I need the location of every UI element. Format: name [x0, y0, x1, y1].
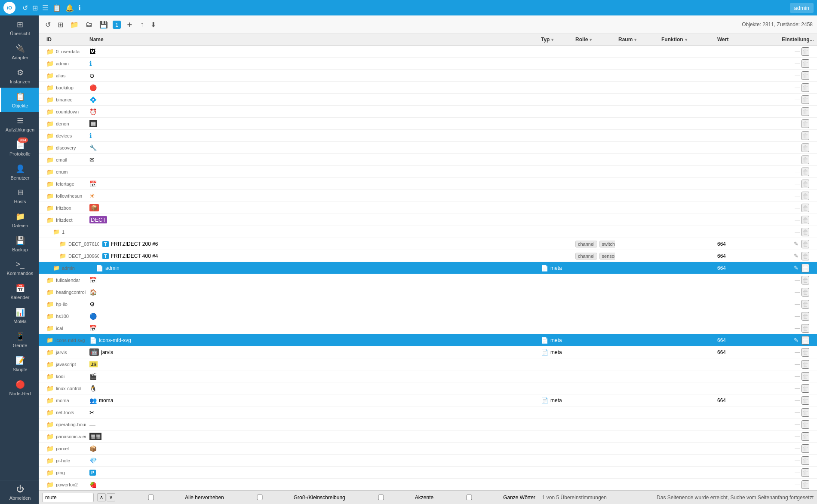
- sidebar-item-backup[interactable]: 💾 Backup: [0, 232, 39, 256]
- sidebar-item-gerate[interactable]: 📱 Geräte: [0, 327, 39, 351]
- delete-button[interactable]: 🗑: [802, 324, 809, 333]
- sidebar-item-dateien[interactable]: 📁 Dateien: [0, 208, 39, 232]
- sidebar-item-benutzer[interactable]: 👤 Benutzer: [0, 160, 39, 184]
- topbar-info-icon[interactable]: ℹ: [78, 4, 81, 12]
- table-row[interactable]: 📁 linux-control 🐧 — 🗑: [39, 382, 817, 394]
- table-row[interactable]: 📁 1 — 🗑: [39, 226, 817, 238]
- delete-button[interactable]: 🗑: [802, 59, 809, 68]
- topbar-bell-icon[interactable]: 🔔: [65, 4, 74, 12]
- delete-button[interactable]: 🗑: [802, 432, 809, 441]
- delete-button[interactable]: 🗑: [802, 372, 809, 381]
- sidebar-item-node-red[interactable]: 🔴 Node-Red: [0, 376, 39, 400]
- table-row[interactable]: 📁 backitup 🔴 — 🗑: [39, 82, 817, 94]
- table-row[interactable]: 📁 ical 📅 — 🗑: [39, 322, 817, 334]
- user-menu-button[interactable]: admin: [790, 3, 814, 13]
- table-row[interactable]: 📁 hs100 🔵 — 🗑: [39, 310, 817, 322]
- number-button[interactable]: 1: [113, 21, 121, 29]
- edit-button[interactable]: ✎: [792, 252, 800, 260]
- topbar-refresh-icon[interactable]: ↺: [22, 4, 28, 12]
- delete-button[interactable]: 🗑: [802, 276, 809, 284]
- upload-button[interactable]: ↑: [138, 19, 146, 30]
- table-row[interactable]: 📁 discovery 🔧 — 🗑: [39, 142, 817, 154]
- search-next-button[interactable]: ∨: [107, 493, 115, 501]
- table-row[interactable]: 📁 followthesun ☀ — 🗑: [39, 190, 817, 202]
- table-row[interactable]: 📁 kodi 🎬 — 🗑: [39, 370, 817, 382]
- col-wert[interactable]: Wert: [714, 34, 778, 45]
- delete-button[interactable]: 🗑: [802, 336, 809, 345]
- sidebar-item-protokolle[interactable]: 📄 994 Protokolle: [0, 136, 39, 160]
- table-row[interactable]: 📁 countdown ⏰ — 🗑: [39, 106, 817, 118]
- sidebar-item-aufzahlungen[interactable]: ☰ Aufzählungen: [0, 112, 39, 136]
- sidebar-item-hosts[interactable]: 🖥 Hosts: [0, 184, 39, 208]
- delete-button[interactable]: 🗑: [802, 216, 809, 224]
- case-checkbox[interactable]: [227, 495, 292, 500]
- delete-button[interactable]: 🗑: [802, 384, 809, 393]
- delete-button[interactable]: 🗑: [802, 288, 809, 296]
- table-row[interactable]: 📁 binance 💠 — 🗑: [39, 94, 817, 106]
- table-row[interactable]: 📁 net-tools ✂ — 🗑: [39, 406, 817, 418]
- delete-button[interactable]: 🗑: [802, 180, 809, 188]
- col-name[interactable]: Name: [86, 34, 538, 45]
- topbar-list-icon[interactable]: ☰: [42, 4, 48, 12]
- sidebar-item-kalender[interactable]: 📅 Kalender: [0, 279, 39, 303]
- table-row[interactable]: 📁 denon ▦ — 🗑: [39, 118, 817, 130]
- table-row[interactable]: 📁 fritzbox 📦 — 🗑: [39, 202, 817, 214]
- delete-button[interactable]: 🗑: [802, 396, 809, 405]
- delete-button[interactable]: 🗑: [802, 480, 809, 489]
- delete-button[interactable]: 🗑: [802, 240, 809, 248]
- table-row[interactable]: 📁 admin 📄 admin 📄 meta 664 ✎ 🗑: [39, 262, 817, 274]
- delete-button[interactable]: 🗑: [802, 228, 809, 236]
- sidebar-item-abmelden[interactable]: ⏻ Abmelden: [0, 480, 39, 504]
- delete-button[interactable]: 🗑: [802, 71, 809, 80]
- delete-button[interactable]: 🗑: [802, 456, 809, 465]
- topbar-clipboard-icon[interactable]: 📋: [52, 4, 61, 12]
- delete-button[interactable]: 🗑: [802, 107, 809, 116]
- table-row[interactable]: 📁 operating-hours — — 🗑: [39, 418, 817, 431]
- delete-button[interactable]: 🗑: [802, 168, 809, 176]
- table-row[interactable]: 📁 fullcalendar 📅 — 🗑: [39, 274, 817, 286]
- col-raum[interactable]: Raum ▾: [615, 34, 658, 45]
- table-row[interactable]: 📁 feiertage 📅 — 🗑: [39, 178, 817, 190]
- col-settings[interactable]: Einstellung...: [778, 34, 813, 45]
- table-row[interactable]: 📁 icons-mfd-svg 📄 icons-mfd-svg 📄 meta 6…: [39, 334, 817, 346]
- search-input[interactable]: [42, 493, 94, 502]
- col-rolle[interactable]: Rolle ▾: [572, 34, 615, 45]
- col-typ[interactable]: Typ ▾: [538, 34, 572, 45]
- delete-button[interactable]: 🗑: [802, 204, 809, 212]
- delete-button[interactable]: 🗑: [802, 348, 809, 357]
- delete-button[interactable]: 🗑: [802, 468, 809, 477]
- table-row[interactable]: 📁 admin ℹ — 🗑: [39, 58, 817, 70]
- delete-button[interactable]: 🗑: [802, 408, 809, 417]
- table-row[interactable]: 📁 moma 👥 moma 📄 meta 664 — 🗑: [39, 394, 817, 406]
- table-row[interactable]: 📁 hp-ilo ⚙ — 🗑: [39, 298, 817, 310]
- table-row[interactable]: 📁 DECT_130960030479 T FRITZ!DECT 400 #4 …: [39, 250, 817, 262]
- sidebar-item-moma[interactable]: 📊 MoMa: [0, 303, 39, 327]
- edit-button[interactable]: ✎: [792, 336, 800, 344]
- sidebar-item-instanzen[interactable]: ⚙ Instanzen: [0, 64, 39, 88]
- table-row[interactable]: 📁 parcel 📦 — 🗑: [39, 443, 817, 455]
- folder-button[interactable]: 📁: [68, 19, 81, 30]
- table-row[interactable]: 📁 enum — 🗑: [39, 166, 817, 178]
- table-row[interactable]: 📁 fritzdect DECT — 🗑: [39, 214, 817, 226]
- table-row[interactable]: 📁 heatingcontrol 🏠 — 🗑: [39, 286, 817, 298]
- table-row[interactable]: 📁 0_userdata 🖼 — 🗑: [39, 46, 817, 58]
- table-row[interactable]: 📁 jarvis 🤖 jarvis 📄 meta 664 — 🗑: [39, 346, 817, 358]
- table-row[interactable]: 📁 DECT_087610063908 T FRITZ!DECT 200 #6 …: [39, 238, 817, 250]
- table-row[interactable]: 📁 email ✉ — 🗑: [39, 154, 817, 166]
- sidebar-item-kommandos[interactable]: >_ Kommandos: [0, 256, 39, 279]
- whole-checkbox[interactable]: [437, 495, 501, 500]
- edit-button[interactable]: ✎: [792, 240, 800, 247]
- delete-button[interactable]: 🗑: [802, 83, 809, 92]
- col-funktion[interactable]: Funktion ▾: [658, 34, 714, 45]
- refresh-button[interactable]: ↺: [43, 19, 53, 30]
- sidebar-item-objekte[interactable]: 📋 Objekte: [0, 88, 39, 112]
- table-row[interactable]: 📁 ping P — 🗑: [39, 467, 817, 479]
- save-button[interactable]: 💾: [97, 19, 110, 30]
- add-button[interactable]: ＋: [123, 18, 135, 31]
- folder-open-button[interactable]: 🗂: [83, 19, 95, 30]
- delete-button[interactable]: 🗑: [802, 252, 809, 260]
- table-row[interactable]: 📁 powerfox2 🍓 — 🗑: [39, 479, 817, 490]
- delete-button[interactable]: 🗑: [802, 312, 809, 321]
- table-row[interactable]: 📁 pi-hole 💎 — 🗑: [39, 455, 817, 467]
- sidebar-item-skripte[interactable]: 📝 Skripte: [0, 351, 39, 376]
